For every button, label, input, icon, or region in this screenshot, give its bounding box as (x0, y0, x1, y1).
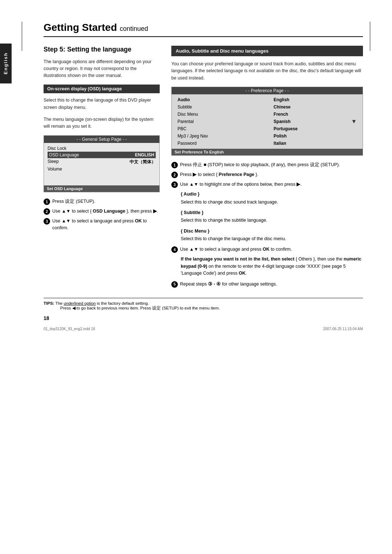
right-step-3: 3 Use ▲▼ to highlight one of the options… (171, 181, 363, 188)
bold-note: If the language you want is not in the l… (181, 256, 363, 277)
osd-step2-num: 2 (44, 208, 50, 215)
pref-menu-body: Audio English ▼ Subtitle Chinese Disc Me… (172, 94, 363, 149)
right-step4-list: 4 Use ▲▼ to select a language and press … (171, 246, 363, 253)
pref-scroll-indicator: ▼ (350, 97, 358, 147)
two-col-layout: Step 5: Setting the language The languag… (44, 46, 363, 291)
osd-menu-footer: Set OSD Language (44, 185, 159, 192)
pref-row-subtitle: Subtitle Chinese (176, 104, 358, 110)
right-step1-text: Press 停止 ■ (STOP) twice to stop playback… (180, 161, 340, 168)
audio-section-intro: You can choose your preferred language o… (171, 61, 363, 82)
pref-password-value: Italian (272, 140, 349, 147)
right-step4-text: Use ▲▼ to select a language and press OK… (180, 246, 292, 253)
osd-step3-text: Use ▲▼ to select a language and press OK… (52, 218, 160, 231)
pref-mp3-value: Polish (272, 133, 349, 139)
menu-disclock-label: Disc Lock (48, 146, 66, 151)
osd-text2: The menu language (on-screen display) fo… (44, 116, 160, 130)
pref-parental-value: Spanish (272, 118, 349, 125)
pref-row-pbc: PBC Portuguese (176, 126, 358, 132)
tips-bar: TIPS: The underlined option is the facto… (44, 298, 363, 311)
menu-row-sleep: Sleep 中文（简体） (48, 158, 156, 166)
right-column: Audio, Subtitle and Disc menu languages … (171, 46, 363, 291)
footer-right: 2007-06-25 11:15:04 AM (323, 327, 363, 331)
pref-pbc-label: PBC (176, 126, 271, 132)
osd-steps-list: 1 Press 设定 (SETUP). 2 Use ▲▼ to select {… (44, 198, 160, 231)
step5-intro: The language options are different depen… (44, 58, 160, 79)
sub-subtitle-text: Select this to change the subtitle langu… (181, 217, 363, 224)
osd-menu-title: - - General Setup Page - - (44, 136, 159, 143)
menu-sleep-value: 中文（简体） (130, 159, 156, 165)
sub-discmenu-text: Select this to change the language of th… (181, 235, 363, 242)
menu-osd-value: ENGLISH (135, 152, 154, 157)
pref-header-english: English (272, 97, 349, 103)
pref-row-password: Password Italian (176, 140, 358, 147)
sub-discmenu-section: { Disc Menu } Select this to change the … (181, 228, 363, 243)
page-title-continued: continued (120, 25, 148, 32)
step5-heading: Step 5: Setting the language (44, 46, 160, 53)
left-column: Step 5: Setting the language The languag… (44, 46, 160, 291)
pref-row-parental: Parental Spanish (176, 118, 358, 125)
menu-row-volume: Volume (48, 166, 156, 172)
right-step3-text: Use ▲▼ to highlight one of the options b… (180, 181, 302, 188)
menu-sleep-label: Sleep (48, 159, 59, 165)
tips-underline: underlined option (64, 301, 95, 305)
right-step-1: 1 Press 停止 ■ (STOP) twice to stop playba… (171, 161, 363, 168)
pref-header-audio: Audio (176, 97, 271, 103)
pref-mp3-label: Mp3 / Jpeg Nav (176, 133, 271, 139)
vline-right-decoration (370, 22, 370, 51)
right-step-5: 5 Repeat steps ③ - ④ for other language … (171, 281, 363, 288)
osd-step1-text: Press 设定 (SETUP). (52, 198, 95, 205)
page-title: Getting Started continued (44, 22, 363, 37)
pref-menu-mockup: - - Preference Page - - Audio English ▼ … (171, 87, 363, 156)
osd-step2-text: Use ▲▼ to select { OSD Language }, then … (52, 208, 158, 215)
osd-step-2: 2 Use ▲▼ to select { OSD Language }, the… (44, 208, 160, 215)
tips-text2: Press ◀ to go back to previous menu item… (60, 306, 220, 310)
osd-menu-body: Disc Lock OSD Language ENGLISH Sleep 中文（… (44, 143, 159, 185)
right-steps-list: 1 Press 停止 ■ (STOP) twice to stop playba… (171, 161, 363, 188)
right-step3-num: 3 (171, 181, 178, 188)
pref-header-row: Audio English ▼ (176, 97, 358, 103)
pref-subtitle-label: Subtitle (176, 104, 271, 110)
audio-section-heading: Audio, Subtitle and Disc menu languages (171, 46, 363, 56)
right-step4-num: 4 (171, 246, 178, 253)
osd-step3-num: 3 (44, 218, 50, 225)
right-step5-text: Repeat steps ③ - ④ for other language se… (180, 281, 277, 288)
sub-subtitle-section: { Subtitle } Select this to change the s… (181, 209, 363, 224)
footer-line: 01_dvp3120K_93_eng2.indd 18 2007-06-25 1… (44, 327, 363, 331)
right-step5-list: 5 Repeat steps ③ - ④ for other language … (171, 281, 363, 288)
english-tab: English (0, 44, 12, 83)
right-step2-num: 2 (171, 172, 178, 178)
pref-menu-table: Audio English ▼ Subtitle Chinese Disc Me… (175, 96, 359, 147)
menu-volume-label: Volume (48, 167, 62, 172)
vline-left-decoration (22, 22, 22, 51)
osd-text1: Select this to change the language of th… (44, 97, 160, 111)
pref-row-discmenu: Disc Menu French (176, 111, 358, 118)
bold-note-text: If the language you want is not in the l… (181, 257, 294, 262)
pref-discmenu-value: French (272, 111, 349, 118)
tips-text: The underlined option is the factory def… (55, 301, 149, 305)
sub-discmenu-heading: { Disc Menu } (181, 228, 363, 235)
sub-subtitle-heading: { Subtitle } (181, 209, 363, 216)
menu-osd-label: OSD Language (49, 152, 79, 157)
sub-audio-text: Select this to change disc sound track l… (181, 199, 363, 206)
footer-left: 01_dvp3120K_93_eng2.indd 18 (44, 327, 95, 331)
osd-step-3: 3 Use ▲▼ to select a language and press … (44, 218, 160, 231)
pref-password-label: Password (176, 140, 271, 147)
right-step-2: 2 Press ▶ to select { Preference Page }. (171, 171, 363, 178)
tips-label: TIPS: (44, 301, 54, 305)
pref-discmenu-label: Disc Menu (176, 111, 271, 118)
osd-menu-mockup: - - General Setup Page - - Disc Lock OSD… (44, 135, 160, 192)
right-step-4: 4 Use ▲▼ to select a language and press … (171, 246, 363, 253)
pref-pbc-value: Portuguese (272, 126, 349, 132)
osd-section-heading: On-screen display (OSD) language (44, 85, 160, 93)
pref-menu-footer: Set Preference To English (172, 149, 363, 155)
right-step5-num: 5 (171, 281, 178, 288)
page-container: English Getting Started continued Step 5… (0, 0, 392, 554)
sub-audio-heading: { Audio } (181, 191, 363, 198)
page-title-text: Getting Started (44, 22, 117, 33)
pref-menu-title: - - Preference Page - - (172, 87, 363, 94)
right-step1-num: 1 (171, 162, 178, 168)
pref-subtitle-value: Chinese (272, 104, 349, 110)
osd-step-1: 1 Press 设定 (SETUP). (44, 198, 160, 205)
osd-step1-num: 1 (44, 198, 50, 205)
pref-parental-label: Parental (176, 118, 271, 125)
